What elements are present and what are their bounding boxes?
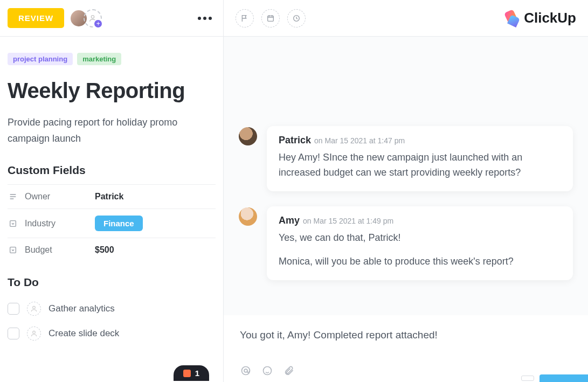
brand-mark-icon: [504, 11, 520, 26]
custom-field-row[interactable]: IndustryFinance: [8, 209, 216, 238]
comment-bubble[interactable]: Amyon Mar 15 2021 at 1:49 pmYes, we can …: [267, 206, 573, 280]
comment: Patrickon Mar 15 2021 at 1:47 pmHey Amy!…: [239, 126, 573, 191]
attachments-pill[interactable]: 1: [174, 365, 209, 381]
brand-logo[interactable]: ClickUp: [504, 10, 576, 26]
assignees[interactable]: +: [70, 9, 102, 27]
svg-rect-5: [268, 16, 274, 21]
svg-point-9: [264, 367, 272, 375]
status-button[interactable]: REVIEW: [8, 8, 64, 28]
attach-icon[interactable]: [283, 365, 295, 377]
attachment-icon: [183, 370, 191, 377]
custom-field-row[interactable]: OwnerPatrick: [8, 184, 216, 209]
svg-point-7: [242, 367, 250, 375]
todo-item: Create slide deck: [8, 321, 216, 346]
add-assignee-button[interactable]: +: [84, 9, 102, 27]
composer-draft-text[interactable]: You got it, Amy! Completed report attach…: [240, 329, 572, 341]
comment-author: Amy: [279, 215, 300, 226]
custom-field-label: Budget: [25, 245, 95, 255]
svg-point-3: [33, 307, 36, 309]
todo-assign-button[interactable]: [27, 302, 41, 316]
comment-timestamp: on Mar 15 2021 at 1:49 pm: [303, 217, 393, 225]
custom-fields-heading: Custom Fields: [8, 164, 216, 177]
more-menu-icon[interactable]: [194, 17, 216, 20]
todo-item: Gather analytics: [8, 296, 216, 321]
svg-rect-1: [10, 221, 16, 227]
custom-field-label: Industry: [25, 219, 95, 228]
dropdown-field-icon: [8, 245, 18, 255]
comment: Amyon Mar 15 2021 at 1:49 pmYes, we can …: [239, 206, 573, 280]
comment-avatar[interactable]: [239, 207, 257, 226]
comment-avatar[interactable]: [239, 127, 257, 145]
comment-body: Hey Amy! SInce the new campaign just lau…: [279, 150, 561, 180]
svg-point-8: [244, 369, 247, 372]
todo-heading: To Do: [8, 276, 216, 289]
plus-icon: +: [93, 19, 103, 29]
comment-body: Yes, we can do that, Patrick!Monica, wil…: [279, 231, 561, 269]
emoji-icon[interactable]: [261, 365, 273, 377]
todo-text[interactable]: Gather analytics: [49, 303, 115, 314]
send-button[interactable]: [539, 374, 588, 382]
todo-text[interactable]: Create slide deck: [49, 328, 119, 339]
flag-icon[interactable]: [236, 9, 254, 27]
todo-assign-button[interactable]: [27, 327, 41, 341]
todo-checkbox[interactable]: [8, 303, 19, 315]
task-title[interactable]: Weekly Reporting: [8, 78, 216, 103]
clock-icon[interactable]: [287, 9, 306, 27]
comment-author: Patrick: [279, 135, 311, 145]
custom-field-value[interactable]: $500: [95, 245, 114, 255]
text-field-icon: [8, 191, 18, 202]
mention-icon[interactable]: [240, 365, 252, 377]
custom-field-label: Owner: [25, 192, 95, 202]
todo-checkbox[interactable]: [8, 328, 19, 339]
custom-field-row[interactable]: Budget$500: [8, 238, 216, 262]
tag[interactable]: marketing: [77, 53, 121, 65]
comment-timestamp: on Mar 15 2021 at 1:47 pm: [314, 136, 405, 145]
custom-field-value[interactable]: Finance: [95, 216, 143, 231]
send-option-box[interactable]: [521, 376, 534, 381]
custom-field-value[interactable]: Patrick: [95, 192, 123, 202]
comment-bubble[interactable]: Patrickon Mar 15 2021 at 1:47 pmHey Amy!…: [267, 126, 573, 191]
calendar-icon[interactable]: [261, 9, 280, 27]
svg-point-4: [33, 331, 36, 334]
brand-text: ClickUp: [524, 10, 576, 26]
tag[interactable]: project planning: [8, 53, 73, 65]
dropdown-field-icon: [8, 218, 18, 229]
svg-point-0: [92, 15, 94, 18]
svg-rect-2: [10, 247, 16, 253]
attachment-count: 1: [195, 369, 199, 378]
task-description[interactable]: Provide pacing report for holiday promo …: [8, 115, 216, 147]
comment-composer[interactable]: You got it, Amy! Completed report attach…: [224, 315, 588, 382]
tag-list: project planningmarketing: [8, 53, 216, 65]
